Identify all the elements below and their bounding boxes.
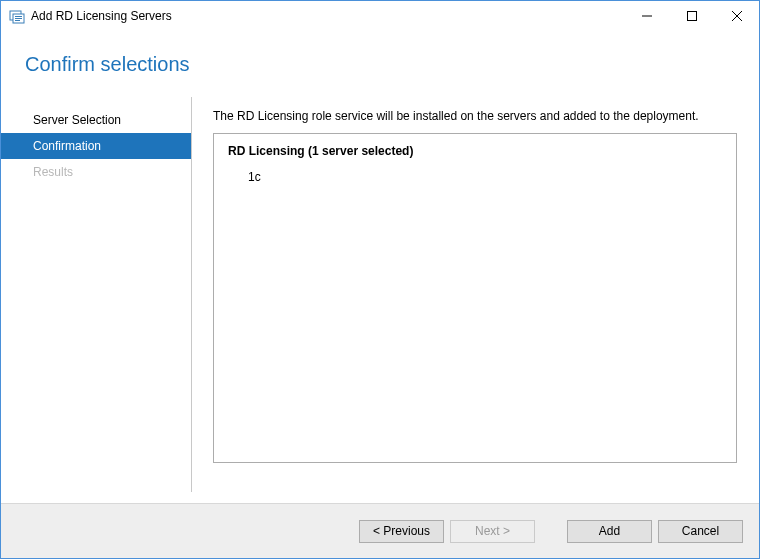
add-button[interactable]: Add [567,520,652,543]
previous-button[interactable]: < Previous [359,520,444,543]
svg-rect-2 [15,16,22,17]
sidebar-item-server-selection[interactable]: Server Selection [1,107,191,133]
window-title: Add RD Licensing Servers [31,9,624,23]
window-controls [624,1,759,31]
sidebar: Server Selection Confirmation Results [1,97,191,498]
cancel-button[interactable]: Cancel [658,520,743,543]
svg-rect-4 [15,20,20,21]
minimize-button[interactable] [624,1,669,31]
server-box-heading: RD Licensing (1 server selected) [228,144,722,158]
close-button[interactable] [714,1,759,31]
server-box: RD Licensing (1 server selected) 1c [213,133,737,463]
sidebar-item-results: Results [1,159,191,185]
footer: < Previous Next > Add Cancel [1,503,759,558]
next-button: Next > [450,520,535,543]
titlebar: Add RD Licensing Servers [1,1,759,31]
content-area: Server Selection Confirmation Results Th… [1,97,759,498]
page-heading: Confirm selections [1,31,759,76]
description-text: The RD Licensing role service will be in… [213,109,737,123]
maximize-button[interactable] [669,1,714,31]
svg-rect-6 [687,12,696,21]
app-icon [9,8,25,24]
svg-rect-3 [15,18,22,19]
vertical-divider [191,97,192,492]
main-panel: The RD Licensing role service will be in… [191,97,759,498]
server-entry: 1c [228,170,722,184]
sidebar-item-confirmation[interactable]: Confirmation [1,133,191,159]
